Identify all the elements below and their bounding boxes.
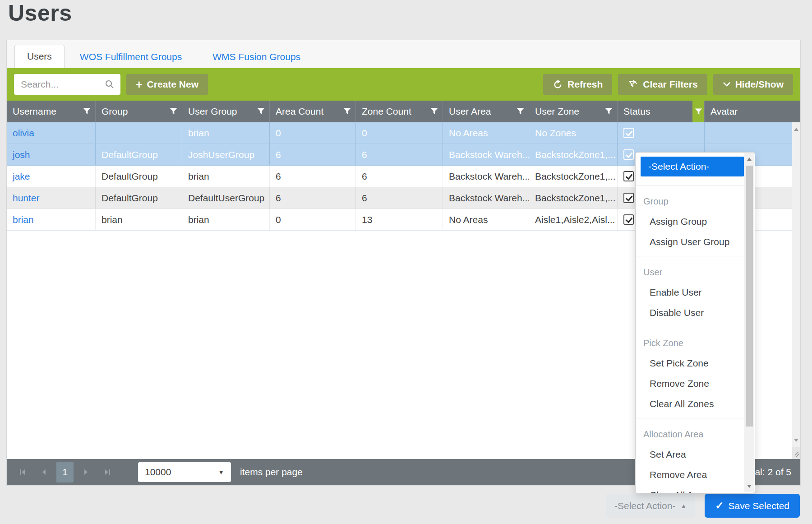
chevron-down-icon	[723, 82, 731, 87]
cell-username: jake	[7, 166, 95, 187]
menu-item-disable-user[interactable]: Disable User	[650, 307, 744, 318]
cell-user-zone: No Zones	[529, 122, 617, 144]
menu-item-assign-group[interactable]: Assign Group	[650, 216, 744, 227]
refresh-icon	[553, 79, 563, 90]
column-label: Area Count	[276, 106, 323, 117]
username-link[interactable]: olivia	[13, 128, 34, 139]
caret-down-icon: ▼	[218, 468, 224, 476]
refresh-button[interactable]: Refresh	[543, 74, 612, 95]
menu-divider	[636, 256, 744, 256]
tab-wos-fulfillment-groups[interactable]: WOS Fulfillment Groups	[65, 46, 197, 68]
cell-area-count: 0	[269, 122, 355, 144]
menu-item-enable-user[interactable]: Enable User	[650, 287, 744, 298]
column-header-area-count[interactable]: Area Count	[269, 101, 355, 122]
column-label: Status	[623, 106, 651, 117]
menu-item-select-action[interactable]: -Select Action-	[641, 157, 744, 176]
menu-item-set-pick-zone[interactable]: Set Pick Zone	[650, 358, 744, 369]
last-page-button[interactable]	[98, 463, 116, 481]
next-page-button[interactable]	[77, 463, 95, 481]
cell-user-area: No Areas	[443, 122, 529, 144]
search-input[interactable]	[20, 79, 105, 90]
hide-show-button[interactable]: Hide/Show	[713, 74, 793, 95]
column-header-status[interactable]: Status	[617, 101, 704, 122]
cell-username: olivia	[7, 122, 95, 144]
column-label: Username	[13, 106, 56, 117]
column-label: User Area	[449, 106, 491, 117]
grid-toolbar: + Create New Refresh Clear Filters Hide/…	[7, 68, 800, 101]
menu-group-label-user: User	[643, 267, 744, 278]
cell-avatar	[704, 122, 792, 144]
menu-item-clear-all-zones[interactable]: Clear All Zones	[650, 399, 744, 409]
menu-scrollbar[interactable]	[744, 153, 754, 492]
column-header-group[interactable]: Group	[95, 101, 182, 122]
column-header-avatar[interactable]: Avatar	[704, 101, 792, 122]
status-checkbox[interactable]	[623, 128, 634, 138]
first-page-button[interactable]	[14, 463, 32, 481]
clear-filters-button[interactable]: Clear Filters	[618, 74, 707, 95]
current-page[interactable]: 1	[56, 462, 74, 482]
username-link[interactable]: hunter	[13, 193, 40, 204]
cell-user-zone: BackstockZone1,...	[529, 166, 617, 187]
username-link[interactable]: jake	[13, 171, 30, 182]
cell-group: brian	[95, 209, 182, 230]
scroll-down-icon	[747, 485, 752, 488]
page-size-select[interactable]: 10000 ▼	[138, 462, 231, 482]
column-header-user-area[interactable]: User Area	[443, 101, 529, 122]
table-row[interactable]: oliviabrian00No AreasNo Zones	[7, 122, 800, 144]
scroll-up-icon	[747, 158, 752, 161]
menu-divider	[636, 418, 744, 418]
tab-users[interactable]: Users	[14, 45, 65, 68]
cell-user-area: Backstock Wareh...	[443, 144, 529, 165]
menu-divider	[636, 327, 744, 327]
cell-user-group: brian	[182, 122, 269, 144]
cell-area-count: 6	[269, 166, 355, 187]
menu-item-remove-area[interactable]: Remove Area	[650, 469, 744, 480]
username-link[interactable]: brian	[13, 214, 34, 225]
status-checkbox[interactable]	[623, 214, 634, 225]
grid-vertical-scrollbar[interactable]	[792, 122, 800, 447]
cell-username: hunter	[7, 187, 95, 209]
cell-user-area: No Areas	[443, 209, 529, 230]
grid-resize-grip[interactable]	[792, 447, 800, 459]
create-new-button[interactable]: + Create New	[126, 74, 208, 95]
status-checkbox[interactable]	[623, 171, 634, 181]
menu-item-clear-all-areas[interactable]: Clear All Areas	[650, 490, 744, 493]
cell-user-area: Backstock Wareh...	[443, 187, 529, 209]
column-header-user-group[interactable]: User Group	[182, 101, 269, 122]
username-link[interactable]: josh	[13, 149, 30, 160]
status-checkbox[interactable]	[623, 149, 634, 160]
cell-zone-count: 6	[355, 187, 443, 209]
status-checkbox[interactable]	[623, 193, 634, 203]
save-selected-button[interactable]: ✓ Save Selected	[705, 494, 800, 518]
column-header-zone-count[interactable]: Zone Count	[355, 101, 443, 122]
cell-group	[95, 122, 182, 144]
cell-zone-count: 6	[355, 144, 443, 165]
select-action-button[interactable]: -Select Action- ▲	[606, 494, 695, 518]
cell-zone-count: 6	[355, 166, 443, 187]
menu-item-assign-user-group[interactable]: Assign User Group	[650, 236, 744, 247]
page-title: Users	[8, 0, 72, 26]
scrollbar-thumb[interactable]	[746, 166, 753, 427]
cell-group: DefaultGroup	[95, 144, 182, 165]
caret-up-icon: ▲	[680, 502, 687, 510]
menu-item-set-area[interactable]: Set Area	[650, 449, 744, 460]
cell-group: DefaultGroup	[95, 187, 182, 209]
plus-icon: +	[136, 79, 143, 90]
cell-user-group: brian	[182, 166, 269, 187]
cell-user-group: brian	[182, 209, 269, 230]
column-header-username[interactable]: Username	[7, 101, 95, 122]
action-menu-popup: -Select Action-GroupAssign GroupAssign U…	[635, 152, 755, 493]
filter-slash-icon	[627, 79, 638, 90]
column-header-user-zone[interactable]: User Zone	[529, 101, 617, 122]
prev-page-button[interactable]	[35, 463, 53, 481]
cell-username: josh	[7, 144, 95, 165]
footer-actions: -Select Action- ▲ ✓ Save Selected	[606, 494, 800, 518]
menu-group-label-pick-zone: Pick Zone	[643, 338, 744, 348]
filter-icon[interactable]	[692, 101, 704, 122]
menu-item-remove-zone[interactable]: Remove Zone	[650, 378, 744, 389]
cell-user-zone: Aisle1,Aisle2,Aisl...	[529, 209, 617, 230]
tab-wms-fusion-groups[interactable]: WMS Fusion Groups	[197, 46, 316, 68]
search-box	[14, 74, 120, 95]
cell-user-zone: BackstockZone1,...	[529, 144, 617, 165]
grid-header: UsernameGroupUser GroupArea CountZone Co…	[7, 101, 800, 122]
